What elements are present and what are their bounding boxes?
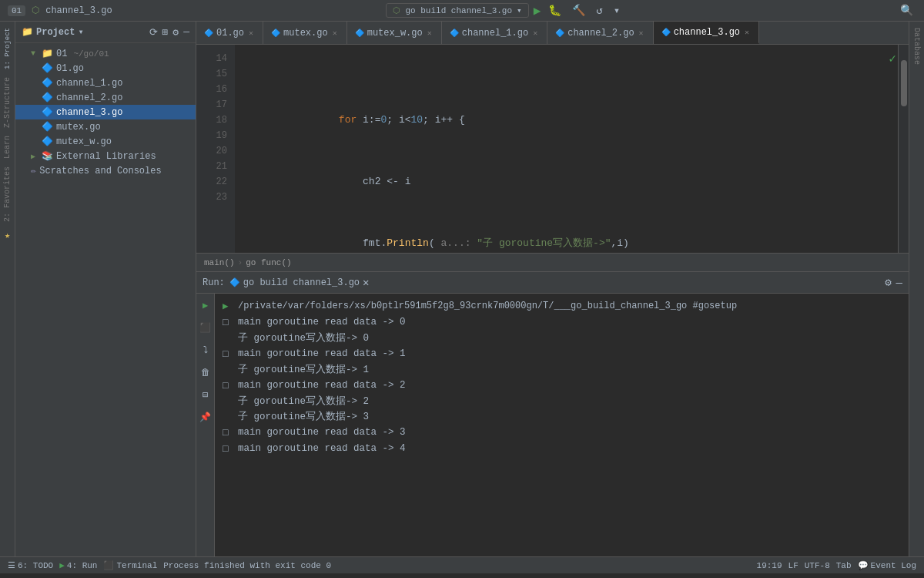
output-line-6: □ main goroutine read data -> 2 [215, 378, 909, 394]
run-settings-icon[interactable]: ⚙ [885, 276, 891, 289]
encoding[interactable]: UTF-8 [805, 561, 830, 570]
run-wrap-icon[interactable]: ⊟ [201, 388, 209, 402]
tree-item-mutexwgo[interactable]: 🔷 mutex_w.go [15, 134, 196, 149]
tree-item-external-libraries[interactable]: ▶ 📚 External Libraries [15, 149, 196, 163]
file-label: channel_3.go [56, 107, 122, 118]
scrollbar-thumb[interactable] [901, 60, 907, 106]
code-line-15: ch2 <- i [243, 159, 890, 174]
build-selector[interactable]: ⬡ go build channel_3.go ▾ [386, 3, 528, 18]
title-bar-right: 🔍 [897, 2, 916, 18]
output-text-10: main goroutine read data -> 4 [238, 442, 406, 455]
tab-close-channel2go[interactable]: ✕ [638, 29, 645, 38]
folder-icon: 📁 [22, 26, 33, 38]
project-title: 📁 Project ▾ [22, 26, 84, 38]
project-chevron[interactable]: ▾ [78, 26, 83, 38]
tree-item-channel2go[interactable]: 🔷 channel_2.go [15, 90, 196, 105]
cursor-position[interactable]: 19:19 [757, 561, 782, 570]
project-tree: ▼ 📁 01 ~/go/01 🔷 01.go 🔷 channel_1.go 🔷 … [15, 43, 196, 556]
editor-area: 🔷 01.go ✕ 🔷 mutex.go ✕ 🔷 mutex_w.go ✕ 🔷 … [196, 22, 909, 556]
sync-icon[interactable]: ⟳ [149, 26, 158, 39]
run-pin-icon[interactable]: 📌 [198, 410, 213, 425]
project-label: Project [36, 27, 75, 38]
settings-icon[interactable]: ⚙ [172, 26, 179, 39]
file-label: 01.go [56, 63, 84, 74]
tab-01go[interactable]: 🔷 01.go ✕ [196, 22, 263, 44]
tree-item-channel1go[interactable]: 🔷 channel_1.go [15, 76, 196, 90]
tab-close-channel3go[interactable]: ✕ [743, 28, 751, 37]
title-filename: channel_3.go [45, 5, 112, 16]
run-header-right: ⚙ — [885, 276, 902, 289]
sidebar-project-label[interactable]: 1: Project [4, 25, 12, 72]
tab-close-mutexwgo[interactable]: ✕ [426, 29, 434, 38]
output-line-1: ▶ /private/var/folders/xs/b0ptlr591m5f2g… [215, 298, 909, 314]
tab-close-channel1go[interactable]: ✕ [531, 29, 539, 38]
run-panel-header: Run: 🔷 go build channel_3.go ✕ ⚙ — [196, 272, 909, 294]
file-label: channel_1.go [56, 78, 122, 89]
indent-setting[interactable]: Tab [836, 561, 852, 570]
line-ending[interactable]: LF [788, 561, 798, 570]
project-panel-header: 📁 Project ▾ ⟳ ⊞ ⚙ — [15, 22, 196, 43]
tab-channel1go[interactable]: 🔷 channel_1.go ✕ [442, 22, 547, 44]
more-actions-button[interactable]: ▾ [611, 2, 623, 18]
tab-close-mutexgo[interactable]: ✕ [331, 29, 339, 38]
output-text-8: 子 goroutine写入数据-> 3 [238, 410, 369, 424]
run-tab[interactable]: 🔷 go build channel_3.go ✕ [229, 276, 370, 289]
terminal-button[interactable]: ⬛ Terminal [103, 560, 157, 570]
output-line-10: □ main goroutine read data -> 4 [215, 441, 909, 457]
editor-scrollbar[interactable] [898, 45, 909, 253]
scratch-icon: ✏ [31, 165, 36, 176]
run-tab-icon: 🔷 [229, 277, 240, 287]
tab-channel3go[interactable]: 🔷 channel_3.go ✕ [654, 22, 759, 44]
library-icon: 📚 [42, 150, 53, 162]
exit-message: Process finished with exit code 0 [163, 561, 331, 570]
database-label[interactable]: Database [912, 25, 921, 68]
run-clear-icon[interactable]: 🗑 [199, 365, 212, 380]
sidebar-favorites-label[interactable]: 2: Favorites [3, 163, 12, 225]
event-log-button[interactable]: 💬 Event Log [858, 560, 916, 570]
scratches-label: Scratches and Consoles [39, 166, 161, 176]
chevron-down-icon: ▾ [517, 5, 522, 15]
collapse-icon[interactable]: — [183, 26, 189, 38]
search-button[interactable]: 🔍 [897, 2, 916, 18]
code-content[interactable]: for i:=0; i<10; i++ { ch2 <- i fmt.Print… [235, 45, 898, 253]
build-button[interactable]: 🔨 [569, 2, 588, 18]
tree-item-channel3go[interactable]: 🔷 channel_3.go [15, 105, 196, 119]
star-icon: ★ [5, 230, 10, 241]
todo-icon: ☰ [8, 560, 15, 570]
run-status-button[interactable]: ▶ 4: Run [59, 560, 97, 570]
tab-channel2go[interactable]: 🔷 channel_2.go ✕ [547, 22, 653, 44]
debug-button[interactable]: 🐛 [545, 2, 564, 18]
tab-icon-mutexwgo: 🔷 [355, 29, 364, 38]
run-tab-close[interactable]: ✕ [363, 276, 369, 289]
tree-item-01go[interactable]: 🔷 01.go [15, 61, 196, 76]
breadcrumb-main[interactable]: main() [204, 258, 235, 267]
breadcrumb-func[interactable]: go func() [246, 258, 291, 267]
run-status-icon: ▶ [59, 560, 65, 570]
tree-item-scratches[interactable]: ✏ Scratches and Consoles [15, 163, 196, 178]
tab-mutexgo[interactable]: 🔷 mutex.go ✕ [263, 22, 347, 44]
event-log-icon: 💬 [858, 560, 869, 570]
run-scroll-icon[interactable]: ⤵ [202, 343, 209, 358]
tree-item-root[interactable]: ▼ 📁 01 ~/go/01 [15, 46, 196, 61]
output-icon-4: □ [223, 348, 238, 361]
indent-label: Tab [836, 561, 852, 570]
run-button[interactable]: ▶ [534, 3, 541, 18]
code-editor[interactable]: 14 15 16 17 18 19 20 21 22 23 for i:=0; … [196, 45, 909, 253]
run-minimize-icon[interactable]: — [896, 277, 902, 289]
sidebar-structure-label[interactable]: Z-Structure [3, 74, 12, 131]
layout-icon[interactable]: ⊞ [162, 26, 169, 39]
output-text-1: /private/var/folders/xs/b0ptlr591m5f2g8_… [238, 299, 737, 313]
todo-button[interactable]: ☰ 6: TODO [8, 560, 53, 570]
tab-mutexwgo[interactable]: 🔷 mutex_w.go ✕ [347, 22, 442, 44]
run-stop-icon[interactable]: ⬛ [198, 321, 213, 335]
reload-button[interactable]: ↺ [593, 2, 605, 18]
title-bar-left: 01 ⬡ channel_3.go [8, 5, 112, 16]
tab-close-01go[interactable]: ✕ [247, 29, 255, 38]
right-sidebar-rail: Database [909, 22, 924, 556]
tree-item-mutexgo[interactable]: 🔷 mutex.go [15, 119, 196, 134]
run-restart-icon[interactable]: ▶ [201, 298, 209, 313]
breadcrumb-separator: › [238, 258, 243, 267]
position-label: 19:19 [757, 561, 782, 570]
output-line-2: □ main goroutine read data -> 0 [215, 314, 909, 331]
sidebar-learn-label[interactable]: Learn [3, 133, 12, 162]
